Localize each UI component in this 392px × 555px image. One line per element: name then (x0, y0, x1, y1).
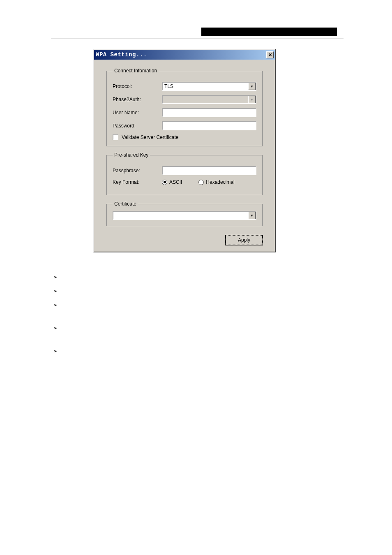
header-divider (51, 39, 344, 39)
validate-server-checkbox[interactable] (113, 134, 118, 140)
bullet-arrow-icon: ➢ (53, 273, 58, 281)
list-item: ➢ (53, 301, 341, 319)
dialog-title: WPA Setting... (96, 51, 147, 58)
hexadecimal-radio-label: Hexadecimal (206, 179, 234, 185)
bullet-arrow-icon: ➢ (53, 301, 58, 309)
chevron-down-icon[interactable]: ▼ (248, 83, 256, 90)
ascii-radio[interactable] (162, 180, 167, 185)
bullet-list: ➢ ➢ ➢ ➢ ➢ (53, 273, 341, 361)
list-item: ➢ (53, 273, 341, 282)
certificate-group: Certificate ▼ (106, 201, 263, 226)
bullet-arrow-icon: ➢ (53, 347, 58, 355)
list-item: ➢ (53, 324, 341, 342)
passphrase-label: Passphrase: (113, 168, 162, 173)
hexadecimal-radio[interactable] (198, 180, 204, 185)
wpa-setting-dialog: WPA Setting... ✕ Connect Infomation Prot… (93, 49, 276, 252)
apply-button[interactable]: Apply (226, 235, 263, 245)
certificate-legend: Certificate (113, 201, 138, 207)
ascii-radio-label: ASCII (169, 179, 182, 185)
connect-info-legend: Connect Infomation (113, 68, 159, 74)
bullet-arrow-icon: ➢ (53, 287, 58, 295)
password-input[interactable] (162, 121, 256, 130)
chevron-down-icon: ▼ (248, 96, 256, 103)
list-item: ➢ (53, 347, 341, 356)
phase2auth-dropdown: ▼ (162, 95, 256, 104)
username-input[interactable] (162, 108, 256, 117)
passphrase-input[interactable] (162, 166, 256, 175)
validate-server-label: Validate Server Certificate (122, 134, 179, 140)
close-icon[interactable]: ✕ (266, 51, 274, 58)
phase2auth-label: Phase2Auth: (113, 97, 162, 102)
apply-label: Apply (238, 237, 250, 243)
preshared-key-group: Pre-shared Key Passphrase: Key Format: A… (106, 152, 263, 195)
connect-information-group: Connect Infomation Protocol: TLS ▼ Phase… (106, 68, 263, 146)
keyformat-label: Key Format: (113, 179, 162, 185)
list-item: ➢ (53, 287, 341, 296)
protocol-value: TLS (164, 83, 173, 89)
certificate-dropdown[interactable]: ▼ (113, 211, 256, 220)
psk-legend: Pre-shared Key (113, 152, 150, 158)
protocol-label: Protocol: (113, 83, 162, 89)
protocol-dropdown[interactable]: TLS ▼ (162, 82, 256, 91)
titlebar[interactable]: WPA Setting... ✕ (94, 50, 275, 60)
password-label: Password: (113, 123, 162, 129)
bullet-arrow-icon: ➢ (53, 324, 58, 332)
header-black-bar (201, 28, 337, 36)
chevron-down-icon[interactable]: ▼ (248, 212, 256, 219)
username-label: User Name: (113, 110, 162, 116)
